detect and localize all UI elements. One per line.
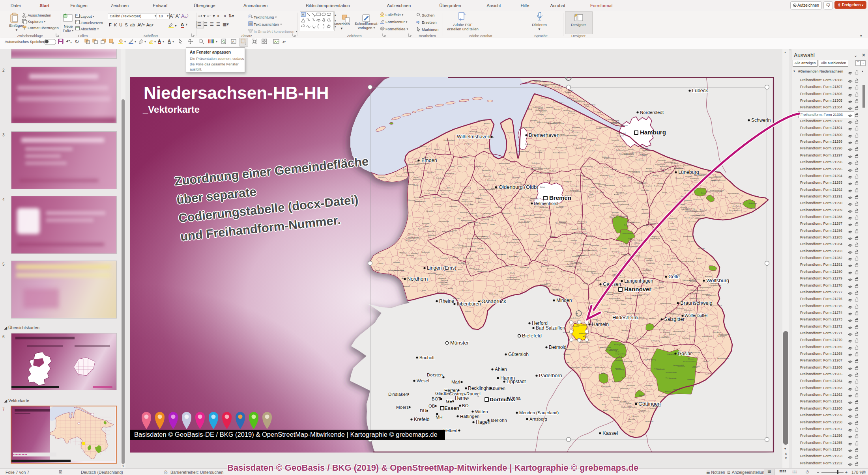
svg-text:A: A <box>232 40 235 43</box>
svg-text:ab: ab <box>416 20 419 23</box>
svg-text:A: A <box>302 13 304 17</box>
